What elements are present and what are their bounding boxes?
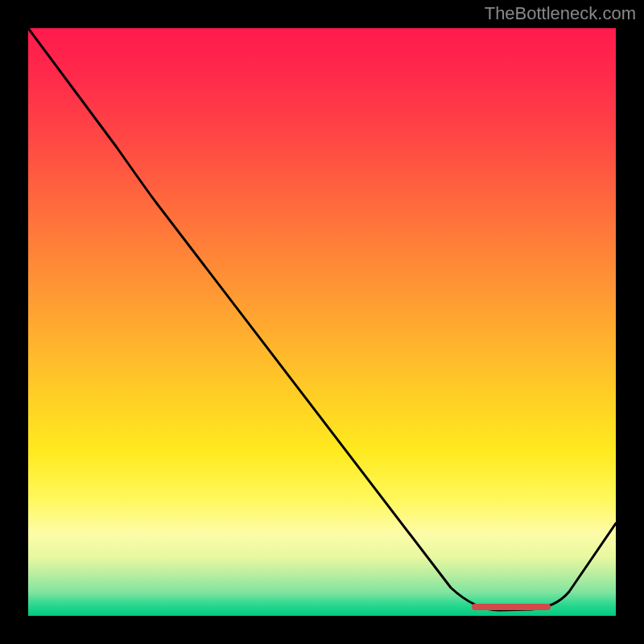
chart-frame: TheBottleneck.com xyxy=(0,0,644,644)
watermark-text: TheBottleneck.com xyxy=(485,3,636,24)
curve-overlay xyxy=(28,28,616,616)
plot-area xyxy=(28,28,616,616)
bottleneck-curve xyxy=(28,28,616,610)
